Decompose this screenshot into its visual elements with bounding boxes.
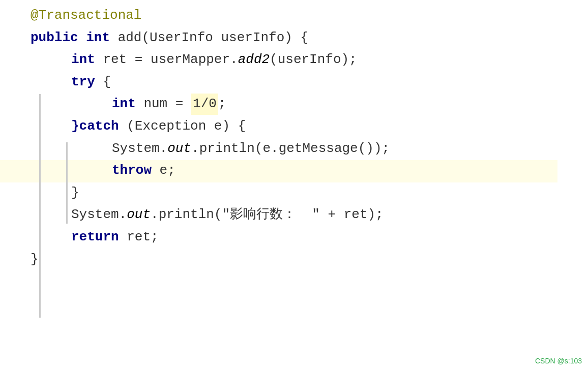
- kw-int2: int: [71, 49, 95, 71]
- code-line-throw: throw e;: [31, 160, 175, 181]
- num-plain2: ;: [218, 94, 226, 115]
- code-line-int-ret: int ret = userMapper.add2(userInfo);: [31, 49, 588, 71]
- kw-catch: }catch: [71, 116, 119, 137]
- code-line-catch-close: }: [31, 182, 588, 204]
- code-line-annotation: @Transactional: [31, 5, 588, 26]
- method-close-brace: }: [31, 249, 39, 270]
- annotation-token: @Transactional: [31, 5, 141, 26]
- println1: .println(e.getMessage());: [191, 138, 390, 160]
- ret-plain1: ret = userMapper.: [95, 49, 238, 71]
- code-line-method-sig: public int add(UserInfo userInfo) {: [31, 27, 588, 49]
- code-line-system-out1: System.out.println(e.getMessage());: [31, 138, 588, 160]
- code-line-system-out2: System.out.println("影响行数： " + ret);: [31, 204, 588, 226]
- code-line-method-close: }: [31, 249, 588, 270]
- kw-int3: int: [112, 94, 136, 115]
- num-plain1: num =: [136, 94, 191, 115]
- kw-try: try: [71, 72, 95, 93]
- try-brace: {: [95, 72, 111, 93]
- kw-int1: int: [86, 27, 110, 49]
- kw-throw: throw: [112, 160, 152, 181]
- add2-method: add2: [238, 49, 270, 71]
- println2: .println("影响行数： " + ret);: [151, 204, 384, 226]
- code-container: @Transactional public int add(UserInfo u…: [0, 0, 588, 369]
- system1: System.: [112, 138, 167, 160]
- code-line-throw-highlighted: throw e;: [0, 160, 557, 182]
- return-plain: ret;: [119, 227, 159, 248]
- out-method1: out: [167, 138, 191, 160]
- code-line-int-num: int num = 1/0;: [31, 94, 588, 115]
- kw-return: return: [71, 227, 119, 248]
- kw-public: public: [31, 27, 86, 49]
- code-line-catch: }catch (Exception e) {: [31, 116, 588, 137]
- catch-plain: (Exception e) {: [119, 116, 246, 137]
- out-method2: out: [127, 204, 151, 226]
- catch-close-brace: }: [71, 182, 79, 204]
- division-highlight: 1/0: [191, 94, 218, 115]
- throw-plain: e;: [152, 160, 175, 181]
- ret-plain2: (userInfo);: [270, 49, 357, 71]
- code-line-return: return ret;: [31, 227, 588, 248]
- system2: System.: [71, 204, 127, 226]
- watermark: CSDN @s:103: [535, 357, 582, 365]
- code-line-try: try {: [31, 72, 588, 93]
- method-sig-plain: add(UserInfo userInfo) {: [110, 27, 308, 49]
